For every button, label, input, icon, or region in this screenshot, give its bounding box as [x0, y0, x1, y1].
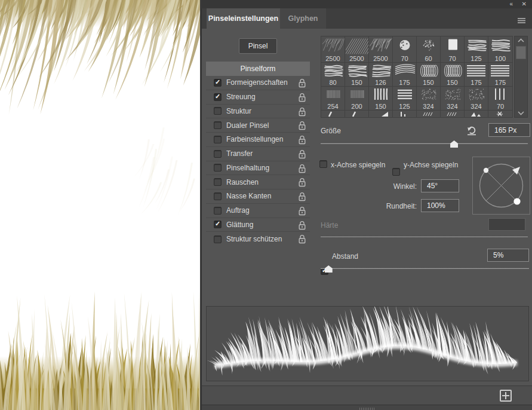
option-label[interactable]: Dualer Pinsel: [226, 121, 269, 130]
size-slider[interactable]: [321, 142, 528, 149]
unlock-icon[interactable]: [298, 107, 306, 119]
brush-preset-partial[interactable]: [488, 111, 512, 117]
reset-size-icon[interactable]: [466, 124, 478, 139]
option-label[interactable]: Formeigenschaften: [226, 78, 288, 87]
brush-preset-2500[interactable]: 2500: [321, 36, 345, 63]
brush-preset-324[interactable]: 324: [465, 87, 488, 111]
brush-preset-150[interactable]: 150: [369, 87, 393, 111]
option-label[interactable]: Rauschen: [226, 178, 259, 186]
collapse-panel-icon[interactable]: «: [509, 0, 513, 8]
close-panel-icon[interactable]: ✕: [522, 0, 527, 8]
option-row-struktur[interactable]: Struktur: [206, 105, 310, 119]
preset-scrollbar[interactable]: [514, 36, 528, 118]
option-checkbox[interactable]: [214, 192, 222, 200]
tab-pinseleinstellungen[interactable]: Pinseleinstellungen: [207, 8, 280, 29]
brush-preset-70[interactable]: 70: [441, 36, 465, 63]
unlock-icon[interactable]: [298, 234, 306, 246]
brush-preset-partial[interactable]: [441, 111, 465, 117]
option-row-struktur-sch-tzen[interactable]: Struktur schützen: [206, 232, 310, 246]
tab-glyphen[interactable]: Glyphen: [280, 8, 326, 29]
brush-preset-254[interactable]: 254: [321, 87, 345, 111]
brush-preset-70[interactable]: 70: [488, 87, 512, 111]
option-label[interactable]: Struktur: [226, 107, 251, 115]
option-row-dualer-pinsel[interactable]: Dualer Pinsel: [206, 118, 310, 133]
brush-preset-partial[interactable]: [417, 111, 441, 117]
option-row-auftrag[interactable]: Auftrag: [206, 204, 310, 218]
unlock-icon[interactable]: [298, 178, 306, 189]
option-checkbox[interactable]: [214, 93, 222, 101]
option-label[interactable]: Nasse Kanten: [226, 192, 271, 200]
unlock-icon[interactable]: [298, 149, 306, 161]
angle-input[interactable]: [421, 179, 459, 192]
option-label[interactable]: Pinselhaltung: [226, 164, 269, 172]
option-label[interactable]: Struktur schützen: [226, 235, 282, 243]
brush-preset-2500[interactable]: 2500: [345, 36, 369, 63]
unlock-icon[interactable]: [298, 164, 306, 176]
flip-x-checkbox[interactable]: [319, 160, 327, 168]
brush-preset-126[interactable]: 126: [369, 63, 393, 87]
brush-preset-175[interactable]: 175: [488, 63, 512, 87]
create-new-brush-icon[interactable]: [500, 390, 512, 402]
unlock-icon[interactable]: [298, 221, 306, 232]
brush-preset-175[interactable]: 175: [393, 63, 417, 87]
flip-x-label[interactable]: x-Achse spiegeln: [331, 161, 385, 169]
brush-preset-partial[interactable]: [465, 111, 488, 117]
size-input[interactable]: [488, 123, 530, 137]
brush-preset-200[interactable]: 200: [345, 87, 369, 111]
brush-preset-100[interactable]: 100: [488, 36, 512, 63]
brush-preset-150[interactable]: 150: [441, 63, 465, 87]
angle-roundness-control[interactable]: [472, 157, 530, 215]
option-checkbox[interactable]: [214, 79, 222, 87]
flip-y-checkbox[interactable]: [392, 168, 400, 176]
brush-preset-125[interactable]: 125: [465, 36, 488, 63]
brush-tip-shape-header[interactable]: Pinselform: [206, 62, 310, 76]
option-row-streuung[interactable]: Streuung: [206, 90, 310, 105]
option-label[interactable]: Transfer: [226, 149, 253, 158]
unlock-icon[interactable]: [298, 78, 306, 90]
option-checkbox[interactable]: [214, 164, 222, 172]
brush-preset-324[interactable]: 324: [441, 87, 465, 111]
option-checkbox[interactable]: [214, 207, 222, 215]
scroll-up-icon[interactable]: [515, 36, 527, 45]
brushes-button[interactable]: Pinsel: [239, 38, 277, 54]
brush-preset-150[interactable]: 150: [417, 63, 441, 87]
unlock-icon[interactable]: [298, 93, 306, 105]
brush-preset-60[interactable]: 60: [417, 36, 441, 63]
option-row-pinselhaltung[interactable]: Pinselhaltung: [206, 161, 310, 176]
option-row-transfer[interactable]: Transfer: [206, 147, 310, 161]
brush-preset-partial[interactable]: [369, 111, 393, 117]
option-checkbox[interactable]: [214, 136, 222, 143]
flip-y-label[interactable]: y-Achse spiegeln: [404, 161, 458, 169]
option-label[interactable]: Auftrag: [226, 206, 250, 215]
unlock-icon[interactable]: [298, 135, 306, 147]
unlock-icon[interactable]: [298, 206, 306, 218]
roundness-input[interactable]: [421, 199, 459, 212]
brush-preset-2500[interactable]: 2500: [369, 36, 393, 63]
option-label[interactable]: Farbeinstellungen: [226, 135, 283, 143]
brush-preset-125[interactable]: 125: [393, 87, 417, 111]
unlock-icon[interactable]: [298, 192, 306, 204]
option-label[interactable]: Glättung: [226, 221, 253, 229]
spacing-input[interactable]: [487, 249, 529, 262]
option-row-formeigenschaften[interactable]: Formeigenschaften: [206, 76, 310, 90]
brush-preset-324[interactable]: 324: [417, 87, 441, 111]
brush-preset-partial[interactable]: [393, 111, 417, 117]
brush-preset-150[interactable]: 150: [345, 63, 369, 87]
option-row-rauschen[interactable]: Rauschen: [206, 175, 310, 189]
brush-preset-partial[interactable]: [321, 111, 345, 117]
brush-preset-175[interactable]: 175: [465, 63, 488, 87]
brush-preset-80[interactable]: 80: [321, 63, 345, 87]
spacing-slider[interactable]: [321, 267, 529, 274]
document-canvas[interactable]: [0, 0, 201, 410]
option-checkbox[interactable]: [214, 235, 222, 243]
option-row-gl-ttung[interactable]: Glättung: [206, 218, 310, 232]
option-checkbox[interactable]: [214, 150, 222, 158]
option-checkbox[interactable]: [214, 178, 222, 186]
option-row-farbeinstellungen[interactable]: Farbeinstellungen: [206, 133, 310, 147]
unlock-icon[interactable]: [298, 121, 306, 133]
panel-menu-icon[interactable]: [517, 16, 526, 26]
option-checkbox[interactable]: [214, 121, 222, 129]
scroll-down-icon[interactable]: [515, 109, 527, 117]
scrollbar-thumb[interactable]: [516, 46, 526, 59]
option-row-nasse-kanten[interactable]: Nasse Kanten: [206, 189, 310, 204]
